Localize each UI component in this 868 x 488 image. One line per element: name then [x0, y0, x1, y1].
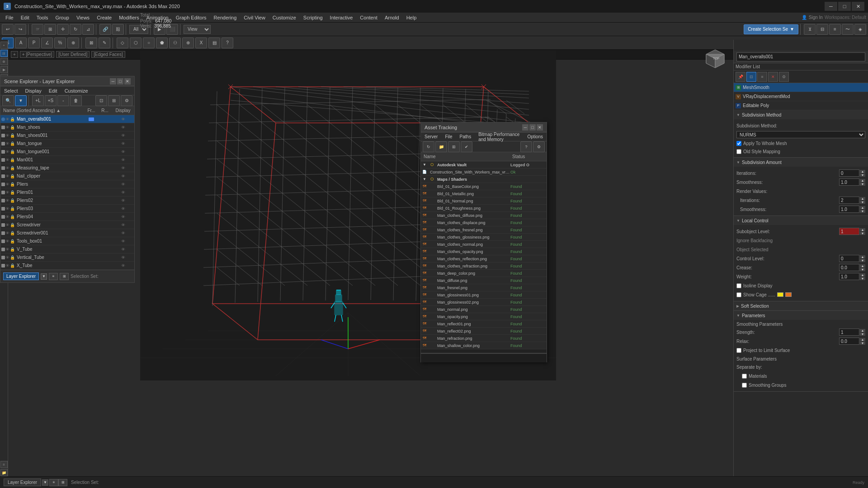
at-maximize[interactable]: □	[529, 124, 536, 131]
link-button[interactable]: 🔗	[99, 24, 111, 35]
viewport-edgedfaces-btn[interactable]: [Edged Faces]	[91, 51, 125, 58]
smoothing-groups-input[interactable]	[742, 383, 747, 388]
render-smoothness-input[interactable]	[839, 206, 859, 213]
viewport-bracket-btn[interactable]: +	[11, 51, 18, 58]
at-file-row[interactable]: 🗺 Bld_01_Metallic.png Found	[421, 190, 547, 197]
curve-editor-button[interactable]: 〜	[842, 24, 854, 35]
se-filter-btn[interactable]: ▼	[15, 95, 27, 106]
smoothing-groups-checkbox[interactable]: Smoothing Groups	[742, 383, 786, 388]
at-file-row[interactable]: 🗺 Bld_01_Roughness.png Found	[421, 205, 547, 212]
apply-whole-mesh-checkbox[interactable]: Apply To Whole Mesh	[736, 141, 787, 146]
se-row[interactable]: 👁 🔒 Screwdriver001 👁	[0, 229, 134, 237]
iterations-input[interactable]	[839, 169, 859, 177]
at-file-row[interactable]: 🗺 Man_clothes_fresnel.png Found	[421, 226, 547, 234]
menu-customize[interactable]: Customize	[269, 13, 300, 23]
crease-up[interactable]: ▲	[860, 264, 865, 267]
asset-icon[interactable]: 📁	[0, 469, 8, 476]
render-sm-down[interactable]: ▼	[860, 210, 865, 213]
at-help-btn[interactable]: ?	[520, 141, 532, 152]
local-control-header[interactable]: ▼ Local Control	[734, 216, 868, 225]
menu-scripting[interactable]: Scripting	[300, 13, 326, 23]
sign-in-label[interactable]: Sign In	[809, 15, 823, 20]
maximize-button[interactable]: □	[838, 2, 851, 11]
relax-up[interactable]: ▲	[860, 338, 865, 341]
smoothness-down[interactable]: ▼	[860, 183, 865, 186]
ctrl-lvl-down[interactable]: ▼	[860, 259, 865, 262]
se-row[interactable]: 👁 🔒 Pliers03 👁	[0, 205, 134, 213]
se-expand-btn[interactable]: ⊞	[108, 95, 120, 106]
relax-down[interactable]: ▼	[860, 342, 865, 345]
strength-up[interactable]: ▲	[860, 329, 865, 332]
subdivision-method-header[interactable]: ▼ Subdivision Method	[734, 110, 868, 119]
se-row[interactable]: 👁 🔒 Pliers01 👁	[0, 188, 134, 197]
menu-arnold[interactable]: Arnold	[381, 13, 403, 23]
subdivision-method-select[interactable]: NURMS	[736, 131, 865, 138]
se-row[interactable]: 👁 🔒 Measuring_tape 👁	[0, 164, 134, 172]
menu-views[interactable]: Views	[73, 13, 93, 23]
isoline-input[interactable]	[736, 283, 741, 288]
at-browse-btn[interactable]: 📁	[435, 141, 447, 152]
align-button[interactable]: ⊟	[816, 24, 828, 35]
rp-object-name-input[interactable]	[736, 52, 865, 61]
at-file-row[interactable]: 📄 Construction_Site_With_Workers_max_vra…	[421, 169, 547, 176]
menu-interactive[interactable]: Interactive	[326, 13, 357, 23]
subobject-input[interactable]	[839, 228, 859, 235]
at-file-row[interactable]: 🗺 Man_diffuse.png Found	[421, 277, 547, 284]
menu-modifiers[interactable]: Modifiers	[115, 13, 143, 23]
subdivision-amount-header[interactable]: ▼ Subdivision Amount	[734, 158, 868, 167]
at-refresh-btn[interactable]: ↻	[423, 141, 434, 152]
at-group-row[interactable]: ▼ ⬡ Autodesk Vault Logged O	[421, 161, 547, 169]
se-row[interactable]: 👁 🔒 Man001 👁	[0, 156, 134, 164]
se-add-sel-btn[interactable]: +S	[45, 95, 57, 106]
rp-config-btn[interactable]: ⚙	[779, 72, 789, 82]
mirror-button[interactable]: ⊻	[804, 24, 816, 35]
se-row[interactable]: 👁 🔒 Man_tongue 👁	[0, 140, 134, 148]
smoothness-spinner[interactable]: ▲ ▼	[839, 178, 865, 186]
scale-button[interactable]: ⊿	[82, 24, 94, 35]
rp-show-result-btn[interactable]: ≡	[757, 72, 767, 82]
close-button[interactable]: ✕	[852, 2, 864, 11]
se-row[interactable]: 👁 🔒 Man_shoes001 👁	[0, 131, 134, 140]
se-row[interactable]: 👁 🔒 X_Tube 👁	[0, 262, 134, 270]
modifier-meshsmooth[interactable]: ⊞ MeshSmooth	[734, 83, 868, 92]
menu-civil-view[interactable]: Civil View	[240, 13, 269, 23]
at-file-row[interactable]: 🗺 Man_glossiness01.png Found	[421, 291, 547, 299]
apply-whole-mesh-input[interactable]	[736, 141, 741, 146]
modifier-vray-displacement[interactable]: V VRayDisplacementMod	[734, 92, 868, 101]
at-set-path-btn[interactable]: ⊞	[448, 141, 460, 152]
at-file-row[interactable]: 🗺 Man_normal.png Found	[421, 306, 547, 313]
se-search-btn[interactable]: 🔍	[2, 95, 14, 106]
render-iterations-spinner[interactable]: ▲ ▼	[839, 197, 865, 204]
at-group-row[interactable]: ▼ ⬡ Maps / Shaders	[421, 176, 547, 183]
rp-mod-tab[interactable]: ⊟	[746, 72, 756, 82]
at-menu-file[interactable]: File	[441, 133, 456, 140]
strength-input[interactable]	[839, 328, 859, 336]
explorer-icon[interactable]: ≡	[0, 461, 8, 468]
at-menu-paths[interactable]: Paths	[456, 133, 475, 140]
render-it-up[interactable]: ▲	[860, 197, 865, 200]
snap-spinner[interactable]: ⊕	[67, 38, 79, 48]
crease-down[interactable]: ▼	[860, 268, 865, 271]
axis-constraint-btn[interactable]: X	[195, 38, 207, 48]
move-button[interactable]: ✛	[57, 24, 69, 35]
paint-deform-btn[interactable]: ⬟	[156, 38, 168, 48]
se-delete-btn[interactable]: 🗑	[70, 95, 82, 106]
scene-explorer-close[interactable]: ✕	[124, 78, 131, 84]
render-sm-up[interactable]: ▲	[860, 206, 865, 209]
menu-tools[interactable]: Tools	[33, 13, 52, 23]
at-file-row[interactable]: 🗺 Man_clothes_normal.png Found	[421, 241, 547, 248]
undo-button[interactable]: ↩	[2, 24, 14, 35]
at-file-row[interactable]: 🗺 Man_clothes_glossiness.png Found	[421, 234, 547, 241]
at-resolve-btn[interactable]: ✔	[461, 141, 472, 152]
at-file-row[interactable]: 🗺 Man_reflect01.png Found	[421, 320, 547, 328]
control-level-spinner[interactable]: ▲ ▼	[839, 255, 865, 262]
at-file-row[interactable]: 🗺 Man_deep_color.png Found	[421, 270, 547, 277]
show-cage-input[interactable]	[736, 292, 741, 297]
at-file-row[interactable]: 🗺 Man_glossiness02.png Found	[421, 299, 547, 306]
at-close[interactable]: ✕	[537, 124, 543, 131]
minimize-button[interactable]: ─	[825, 2, 837, 11]
at-file-row[interactable]: 🗺 Man_clothes_opacity.png Found	[421, 248, 547, 255]
menu-help[interactable]: Help	[403, 13, 420, 23]
create-selection-set-button[interactable]: Create Selection Se ▼	[744, 24, 798, 34]
at-file-row[interactable]: 🗺 Man_reflect02.png Found	[421, 328, 547, 335]
